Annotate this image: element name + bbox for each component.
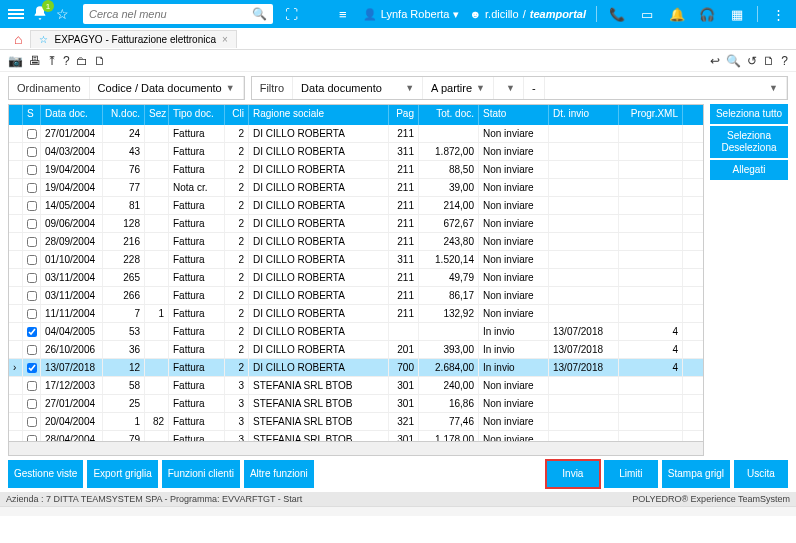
table-row[interactable]: 27/01/200424Fattura2DI CILLO ROBERTA211N… bbox=[9, 125, 703, 143]
client-func-button[interactable]: Funzioni clienti bbox=[162, 460, 240, 488]
views-button[interactable]: Gestione viste bbox=[8, 460, 83, 488]
cell-stato: Non inviare bbox=[479, 179, 549, 196]
select-deselect-button[interactable]: Seleziona Deseleziona bbox=[710, 126, 788, 158]
col-dtinv[interactable]: Dt. invio bbox=[549, 105, 619, 125]
attachments-button[interactable]: Allegati bbox=[710, 160, 788, 180]
cell-cli: 3 bbox=[225, 413, 249, 430]
row-checkbox[interactable] bbox=[23, 215, 41, 232]
col-pag[interactable]: Pag bbox=[389, 105, 419, 125]
filter-to-select[interactable]: ▼ bbox=[545, 77, 787, 99]
table-row[interactable]: 04/04/200553Fattura2DI CILLO ROBERTAIn i… bbox=[9, 323, 703, 341]
row-checkbox[interactable] bbox=[23, 125, 41, 142]
phone-icon[interactable]: 📞 bbox=[607, 7, 627, 22]
row-checkbox[interactable] bbox=[23, 377, 41, 394]
list-icon[interactable]: ≡ bbox=[333, 7, 353, 22]
table-row[interactable]: 20/04/2004182Fattura3STEFANIA SRL BTOB32… bbox=[9, 413, 703, 431]
tab-star-icon[interactable]: ☆ bbox=[39, 34, 48, 45]
row-checkbox[interactable] bbox=[23, 323, 41, 340]
tab-active[interactable]: ☆ EXPAGYO - Fatturazione elettronica × bbox=[30, 30, 236, 48]
col-sez[interactable]: Sez bbox=[145, 105, 169, 125]
menu-icon[interactable] bbox=[8, 9, 24, 19]
search-input[interactable] bbox=[89, 8, 252, 20]
table-row[interactable]: 03/11/2004266Fattura2DI CILLO ROBERTA211… bbox=[9, 287, 703, 305]
row-checkbox[interactable] bbox=[23, 395, 41, 412]
send-button[interactable]: Invia bbox=[546, 460, 600, 488]
filter-mode-select[interactable]: A partire ▼ bbox=[423, 77, 494, 99]
row-checkbox[interactable] bbox=[23, 143, 41, 160]
filter-from-select[interactable]: ▼ bbox=[494, 77, 524, 99]
export-button[interactable]: Export griglia bbox=[87, 460, 157, 488]
box-icon[interactable]: ▭ bbox=[637, 7, 657, 22]
exit-button[interactable]: Uscita bbox=[734, 460, 788, 488]
search-icon[interactable]: 🔍 bbox=[252, 7, 267, 21]
table-row[interactable]: 04/03/200443Fattura2DI CILLO ROBERTA3111… bbox=[9, 143, 703, 161]
table-row[interactable]: 01/10/2004228Fattura2DI CILLO ROBERTA311… bbox=[9, 251, 703, 269]
back-icon[interactable]: ↩ bbox=[710, 54, 720, 68]
table-row[interactable]: 11/11/200471Fattura2DI CILLO ROBERTA2111… bbox=[9, 305, 703, 323]
limits-button[interactable]: Limiti bbox=[604, 460, 658, 488]
row-checkbox[interactable] bbox=[23, 413, 41, 430]
account-menu[interactable]: ☻ r.dicillo / teamportal bbox=[469, 8, 586, 20]
row-marker bbox=[9, 287, 23, 304]
print-icon[interactable]: 🖶 bbox=[29, 54, 41, 68]
row-checkbox[interactable] bbox=[23, 287, 41, 304]
horizontal-scrollbar[interactable] bbox=[9, 441, 703, 455]
col-rag[interactable]: Ragione sociale bbox=[249, 105, 389, 125]
table-row[interactable]: ›13/07/201812Fattura2DI CILLO ROBERTA700… bbox=[9, 359, 703, 377]
table-row[interactable]: 09/06/2004128Fattura2DI CILLO ROBERTA211… bbox=[9, 215, 703, 233]
table-row[interactable]: 28/04/200479Fattura3STEFANIA SRL BTOB301… bbox=[9, 431, 703, 441]
col-progr[interactable]: Progr.XML bbox=[619, 105, 683, 125]
headset-icon[interactable]: 🎧 bbox=[697, 7, 717, 22]
camera-icon[interactable]: 📷 bbox=[8, 54, 23, 68]
row-checkbox[interactable] bbox=[23, 269, 41, 286]
col-ndoc[interactable]: N.doc. bbox=[103, 105, 145, 125]
table-row[interactable]: 14/05/200481Fattura2DI CILLO ROBERTA2112… bbox=[9, 197, 703, 215]
row-checkbox[interactable] bbox=[23, 161, 41, 178]
row-checkbox[interactable] bbox=[23, 233, 41, 250]
col-tipo[interactable]: Tipo doc. bbox=[169, 105, 225, 125]
doc-icon[interactable]: 🗋 bbox=[94, 54, 106, 68]
folder-icon[interactable]: 🗀 bbox=[76, 54, 88, 68]
row-checkbox[interactable] bbox=[23, 431, 41, 441]
select-all-button[interactable]: Seleziona tutto bbox=[710, 104, 788, 124]
row-checkbox[interactable] bbox=[23, 197, 41, 214]
help2-icon[interactable]: ? bbox=[781, 54, 788, 68]
table-row[interactable]: 19/04/200476Fattura2DI CILLO ROBERTA2118… bbox=[9, 161, 703, 179]
col-data[interactable]: Data doc. bbox=[41, 105, 103, 125]
col-tot[interactable]: Tot. doc. bbox=[419, 105, 479, 125]
table-row[interactable]: 27/01/200425Fattura3STEFANIA SRL BTOB301… bbox=[9, 395, 703, 413]
table-row[interactable]: 17/12/200358Fattura3STEFANIA SRL BTOB301… bbox=[9, 377, 703, 395]
col-cli[interactable]: Cli bbox=[225, 105, 249, 125]
sort-select[interactable]: Codice / Data documento ▼ bbox=[90, 77, 244, 99]
col-stato[interactable]: Stato bbox=[479, 105, 549, 125]
row-checkbox[interactable] bbox=[23, 305, 41, 322]
row-checkbox[interactable] bbox=[23, 341, 41, 358]
col-sel[interactable]: S bbox=[23, 105, 41, 125]
expand-icon[interactable]: ⛶ bbox=[281, 7, 301, 22]
table-row[interactable]: 03/11/2004265Fattura2DI CILLO ROBERTA211… bbox=[9, 269, 703, 287]
print-grid-button[interactable]: Stampa grigl bbox=[662, 460, 730, 488]
table-row[interactable]: 26/10/200636Fattura2DI CILLO ROBERTA2013… bbox=[9, 341, 703, 359]
row-checkbox[interactable] bbox=[23, 251, 41, 268]
search-box[interactable]: 🔍 bbox=[83, 4, 273, 24]
tab-close-icon[interactable]: × bbox=[222, 34, 228, 45]
other-func-button[interactable]: Altre funzioni bbox=[244, 460, 314, 488]
help-icon[interactable]: ? bbox=[63, 54, 70, 68]
more-icon[interactable]: ⋮ bbox=[768, 7, 788, 22]
user-menu[interactable]: 👤 Lynfa Roberta ▾ bbox=[363, 8, 460, 21]
row-checkbox[interactable] bbox=[23, 359, 41, 376]
copy-icon[interactable]: 🗋 bbox=[763, 54, 775, 68]
home-icon[interactable]: ⌂ bbox=[8, 31, 28, 47]
apps-icon[interactable]: ▦ bbox=[727, 7, 747, 22]
upload-icon[interactable]: ⤒ bbox=[47, 54, 57, 68]
grid-body[interactable]: 27/01/200424Fattura2DI CILLO ROBERTA211N… bbox=[9, 125, 703, 441]
table-row[interactable]: 19/04/200477Nota cr.2DI CILLO ROBERTA211… bbox=[9, 179, 703, 197]
table-row[interactable]: 28/09/2004216Fattura2DI CILLO ROBERTA211… bbox=[9, 233, 703, 251]
star-icon[interactable]: ☆ bbox=[56, 6, 69, 22]
filter-field-select[interactable]: Data documento ▼ bbox=[293, 77, 423, 99]
redo-icon[interactable]: ↺ bbox=[747, 54, 757, 68]
row-checkbox[interactable] bbox=[23, 179, 41, 196]
alert-icon[interactable]: 🔔 bbox=[667, 7, 687, 22]
notifications-icon[interactable]: 1 bbox=[32, 5, 48, 23]
search2-icon[interactable]: 🔍 bbox=[726, 54, 741, 68]
